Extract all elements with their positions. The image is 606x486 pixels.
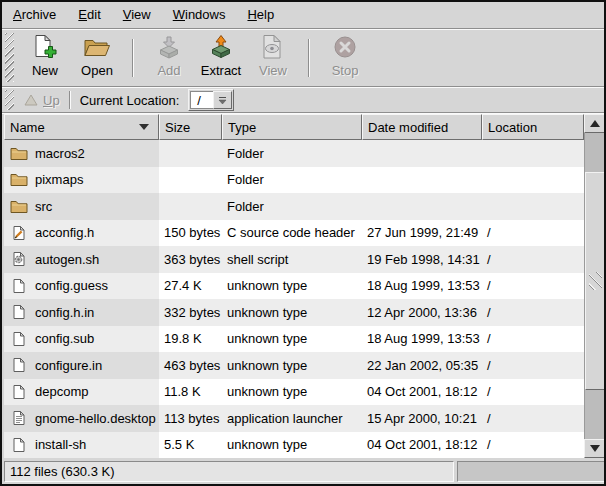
file-size [159, 193, 222, 220]
file-date-modified [362, 193, 482, 220]
add-button: Add [144, 34, 194, 82]
file-location: / [482, 405, 584, 432]
status-text: 112 files (630.3 K) [10, 464, 115, 479]
file-size: 332 bytes [159, 299, 222, 326]
table-row[interactable]: macros2 Folder [4, 140, 584, 167]
up-button: Up [20, 91, 64, 110]
menu-edit[interactable]: Edit [67, 2, 111, 28]
file-type: C source code header [222, 220, 362, 247]
document-icon [8, 356, 29, 374]
folder-icon [8, 171, 29, 189]
column-header-loc[interactable]: Location [482, 114, 584, 140]
column-header-date[interactable]: Date modified [362, 114, 482, 140]
table-row[interactable]: config.guess 27.4 K unknown type 18 Aug … [4, 273, 584, 300]
scrollbar-thumb[interactable] [585, 172, 605, 390]
archive-manager-window: ArchiveEditViewWindowsHelp NewOpenAddExt… [0, 0, 606, 486]
scroll-up-arrow-icon [590, 120, 600, 127]
menu-help[interactable]: Help [236, 2, 285, 28]
document-icon [8, 277, 29, 295]
file-type: unknown type [222, 326, 362, 353]
file-name: pixmaps [35, 172, 83, 187]
view-button: View [248, 34, 298, 82]
scrollbar-trough[interactable] [584, 133, 606, 439]
vertical-scrollbar [584, 114, 606, 458]
table-row[interactable]: autogen.sh 363 bytes shell script 19 Feb… [4, 246, 584, 273]
column-header-label: Date modified [368, 120, 448, 135]
folder-icon [8, 197, 29, 215]
file-type: unknown type [222, 379, 362, 406]
file-location: / [482, 326, 584, 353]
dropdown-arrow-icon [218, 96, 227, 105]
file-list-region: NameSizeTypeDate modifiedLocation macros… [4, 114, 584, 458]
file-name: src [35, 199, 52, 214]
file-location: / [482, 432, 584, 459]
file-date-modified [362, 140, 482, 167]
column-header-label: Name [10, 120, 45, 135]
file-size: 5.5 K [159, 432, 222, 459]
file-date-modified: 18 Aug 1999, 13:53 [362, 326, 482, 353]
stop-icon [332, 34, 358, 61]
new-button[interactable]: New [20, 34, 70, 82]
scroll-down-button[interactable] [584, 439, 606, 458]
menu-windows[interactable]: Windows [162, 2, 237, 28]
file-date-modified: 04 Oct 2001, 18:12 [362, 432, 482, 459]
file-size: 19.8 K [159, 326, 222, 353]
toolbar-drag-handle[interactable] [5, 33, 14, 82]
file-name: install-sh [35, 437, 86, 452]
toolbar: NewOpenAddExtractViewStop [2, 30, 604, 85]
location-bar-drag-handle[interactable] [5, 90, 14, 110]
menu-view[interactable]: View [112, 2, 162, 28]
location-bar-divider [69, 91, 71, 109]
file-type: unknown type [222, 432, 362, 459]
table-row[interactable]: config.sub 19.8 K unknown type 18 Aug 19… [4, 326, 584, 353]
location-combo-box: / [188, 89, 234, 111]
location-combo-value[interactable]: / [190, 91, 213, 109]
location-bar: Up Current Location: / [2, 88, 604, 112]
file-date-modified: 12 Apr 2000, 13:36 [362, 299, 482, 326]
table-row[interactable]: pixmaps Folder [4, 167, 584, 194]
c-header-file-icon [8, 224, 29, 242]
file-name: configure.in [35, 358, 102, 373]
column-header-type[interactable]: Type [222, 114, 362, 140]
toolbar-separator [132, 39, 134, 77]
toolbar-button-label: New [32, 63, 58, 78]
table-row[interactable]: depcomp 11.8 K unknown type 04 Oct 2001,… [4, 379, 584, 406]
file-date-modified: 18 Aug 1999, 13:53 [362, 273, 482, 300]
file-name: config.guess [35, 278, 108, 293]
menubar: ArchiveEditViewWindowsHelp [2, 2, 604, 28]
file-type: Folder [222, 167, 362, 194]
location-combo-dropdown-button[interactable] [213, 91, 232, 109]
file-date-modified: 22 Jan 2002, 05:35 [362, 352, 482, 379]
table-row[interactable]: config.h.in 332 bytes unknown type 12 Ap… [4, 299, 584, 326]
file-size [159, 167, 222, 194]
file-size [159, 140, 222, 167]
file-location: / [482, 246, 584, 273]
toolbar-button-label: View [259, 63, 287, 78]
open-button[interactable]: Open [72, 34, 122, 82]
file-type: Folder [222, 140, 362, 167]
up-arrow-icon [24, 94, 38, 106]
extract-button[interactable]: Extract [196, 34, 246, 82]
file-date-modified: 15 Apr 2000, 10:21 [362, 405, 482, 432]
file-location [482, 167, 584, 194]
table-row[interactable]: configure.in 463 bytes unknown type 22 J… [4, 352, 584, 379]
column-header-name[interactable]: Name [4, 114, 159, 140]
file-list: NameSizeTypeDate modifiedLocation macros… [4, 114, 606, 458]
file-location: / [482, 220, 584, 247]
column-header-size[interactable]: Size [159, 114, 222, 140]
menu-archive[interactable]: Archive [2, 2, 67, 28]
toolbar-button-label: Stop [332, 63, 359, 78]
column-header-label: Location [488, 120, 537, 135]
file-name: config.h.in [35, 305, 94, 320]
current-location-label: Current Location: [80, 93, 180, 108]
file-name: autogen.sh [35, 252, 99, 267]
file-name: config.sub [35, 331, 94, 346]
file-location: / [482, 352, 584, 379]
new-archive-icon [32, 34, 58, 61]
scroll-up-button[interactable] [584, 114, 606, 133]
table-row[interactable]: acconfig.h 150 bytes C source code heade… [4, 220, 584, 247]
table-row[interactable]: install-sh 5.5 K unknown type 04 Oct 200… [4, 432, 584, 459]
table-row[interactable]: src Folder [4, 193, 584, 220]
file-type: shell script [222, 246, 362, 273]
table-row[interactable]: gnome-hello.desktop 113 bytes applicatio… [4, 405, 584, 432]
